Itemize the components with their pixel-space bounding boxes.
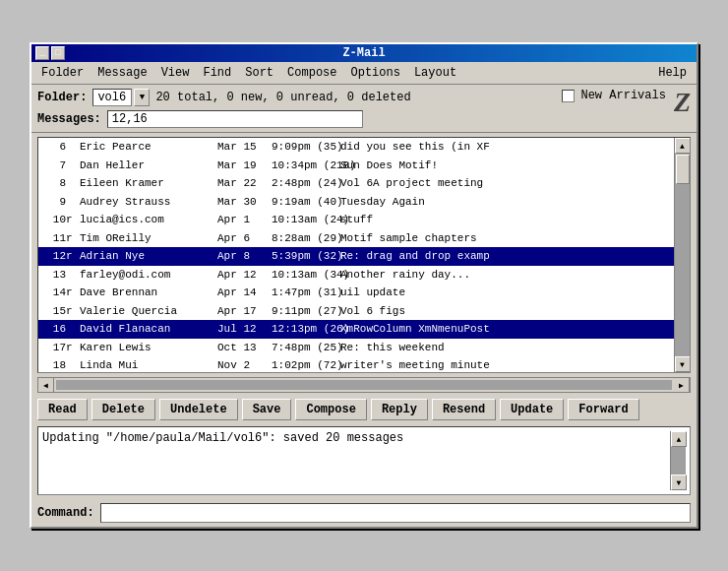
msg-subject: Re: this weekend: [340, 340, 670, 356]
msg-time: 7:48pm (25): [272, 340, 340, 356]
msg-flag: [66, 194, 80, 211]
table-row[interactable]: 13 farley@odi.com Apr 12 10:13am (34) An…: [38, 266, 674, 285]
horizontal-scrollbar: ◀ ▶: [37, 377, 691, 393]
msg-from: Eileen Kramer: [80, 175, 217, 192]
minimize-button[interactable]: _: [35, 46, 49, 60]
msg-subject: Re: drag and drop examp: [340, 248, 670, 265]
msg-from: Dave Brennan: [80, 285, 217, 301]
compose-button[interactable]: Compose: [295, 399, 366, 420]
new-arrivals-area: New Arrivals: [562, 89, 665, 102]
maximize-button[interactable]: □: [51, 46, 65, 60]
menu-options[interactable]: Options: [345, 64, 406, 82]
new-arrivals-label: New Arrivals: [580, 89, 665, 102]
msg-flag: [66, 267, 80, 284]
msg-flag: r: [66, 285, 80, 301]
table-row[interactable]: 6 Eric Pearce Mar 15 9:09pm (35) did you…: [38, 138, 674, 157]
menu-bar: Folder Message View Find Sort Compose Op…: [31, 62, 697, 85]
menu-sort[interactable]: Sort: [239, 64, 279, 82]
table-row[interactable]: 9 Audrey Strauss Mar 30 9:19am (40) Tues…: [38, 193, 674, 212]
msg-subject: writer's meeting minute: [340, 357, 670, 372]
menu-view[interactable]: View: [155, 64, 196, 82]
status-scroll-down[interactable]: ▼: [671, 475, 687, 490]
table-row[interactable]: 8 Eileen Kramer Mar 22 2:48pm (24) Vol 6…: [38, 174, 674, 193]
msg-num: 13: [42, 267, 66, 284]
msg-date: Mar 15: [217, 139, 272, 156]
msg-num: 16: [42, 321, 66, 338]
command-label: Command:: [37, 506, 94, 520]
menu-folder[interactable]: Folder: [35, 64, 90, 82]
menu-compose[interactable]: Compose: [281, 64, 342, 82]
msg-from: David Flanacan: [80, 321, 217, 338]
msg-time: 2:48pm (24): [272, 175, 340, 192]
h-scroll-track[interactable]: [56, 380, 672, 390]
scroll-track[interactable]: [675, 154, 691, 356]
msg-flag: r: [66, 340, 80, 356]
new-arrivals-checkbox[interactable]: [562, 90, 575, 102]
msg-from: lucia@ics.com: [80, 212, 217, 228]
msg-time: 1:02pm (72): [272, 357, 340, 372]
delete-button[interactable]: Delete: [91, 399, 155, 420]
table-row[interactable]: 16 David Flanacan Jul 12 12:13pm (26) Xm…: [38, 320, 674, 339]
msg-time: 12:13pm (26): [272, 321, 340, 338]
msg-flag: [66, 158, 80, 174]
msg-time: 9:09pm (35): [272, 139, 340, 156]
command-input[interactable]: [100, 503, 691, 523]
table-row[interactable]: 18 Linda Mui Nov 2 1:02pm (72) writer's …: [38, 356, 674, 372]
table-row[interactable]: 7 Dan Heller Mar 19 10:34pm (218) Sun Do…: [38, 157, 674, 175]
msg-subject: Vol 6A project meeting: [340, 175, 670, 192]
msg-num: 12: [42, 248, 66, 265]
folder-label: Folder:: [37, 91, 87, 104]
save-button[interactable]: Save: [242, 399, 292, 420]
status-scroll-up[interactable]: ▲: [671, 431, 687, 447]
table-row[interactable]: 10 r lucia@ics.com Apr 1 10:13am (24) st…: [38, 211, 674, 229]
menu-message[interactable]: Message: [91, 64, 152, 82]
msg-flag: [66, 175, 80, 192]
table-row[interactable]: 12 r Adrian Nye Apr 8 5:39pm (32) Re: dr…: [38, 247, 674, 266]
msg-subject: stuff: [340, 212, 670, 228]
scroll-right-button[interactable]: ▶: [674, 378, 690, 392]
msg-time: 1:47pm (31): [272, 285, 340, 301]
msg-subject: Tuesday Again: [340, 194, 670, 211]
msg-flag: r: [66, 248, 80, 265]
msg-time: 10:13am (34): [272, 267, 340, 284]
title-bar: _ □ Z-Mail: [31, 44, 697, 62]
menu-help[interactable]: Help: [652, 64, 693, 82]
table-row[interactable]: 11 r Tim OReilly Apr 6 8:28am (29) Motif…: [38, 229, 674, 248]
status-scrollbar: ▲ ▼: [670, 431, 686, 490]
msg-flag: [66, 139, 80, 156]
msg-date: Apr 6: [217, 230, 272, 247]
update-button[interactable]: Update: [500, 399, 564, 420]
scroll-left-button[interactable]: ◀: [38, 378, 54, 392]
msg-num: 15: [42, 303, 66, 320]
msg-subject: Another rainy day...: [340, 267, 670, 284]
scroll-down-button[interactable]: ▼: [675, 356, 691, 372]
msg-time: 10:34pm (218): [272, 158, 340, 174]
scroll-thumb[interactable]: [676, 155, 690, 184]
menu-layout[interactable]: Layout: [408, 64, 462, 82]
msg-time: 5:39pm (32): [272, 248, 340, 265]
scroll-up-button[interactable]: ▲: [675, 138, 691, 154]
folder-dropdown-button[interactable]: ▼: [134, 89, 150, 106]
read-button[interactable]: Read: [37, 399, 88, 420]
vertical-scrollbar: ▲ ▼: [674, 138, 690, 372]
table-row[interactable]: 17 r Karen Lewis Oct 13 7:48pm (25) Re: …: [38, 339, 674, 357]
msg-flag: r: [66, 212, 80, 228]
msg-from: Karen Lewis: [80, 340, 217, 356]
table-row[interactable]: 14 r Dave Brennan Apr 14 1:47pm (31) uil…: [38, 284, 674, 302]
msg-time: 9:19am (40): [272, 194, 340, 211]
forward-button[interactable]: Forward: [568, 399, 638, 420]
menu-find[interactable]: Find: [197, 64, 237, 82]
folder-value[interactable]: vol6: [92, 89, 132, 106]
resend-button[interactable]: Resend: [432, 399, 496, 420]
command-row: Command:: [31, 499, 697, 527]
msg-subject: XmRowColumn XmNmenuPost: [340, 321, 670, 338]
reply-button[interactable]: Reply: [371, 399, 428, 420]
undelete-button[interactable]: Undelete: [159, 399, 238, 420]
msg-flag: r: [66, 303, 80, 320]
msg-date: Apr 1: [217, 212, 272, 228]
action-buttons: ReadDeleteUndeleteSaveComposeReplyResend…: [31, 393, 697, 426]
msg-date: Apr 8: [217, 248, 272, 265]
messages-input[interactable]: [107, 110, 363, 128]
status-scroll-track[interactable]: [671, 447, 686, 475]
table-row[interactable]: 15 r Valerie Quercia Apr 17 9:11pm (27) …: [38, 302, 674, 321]
